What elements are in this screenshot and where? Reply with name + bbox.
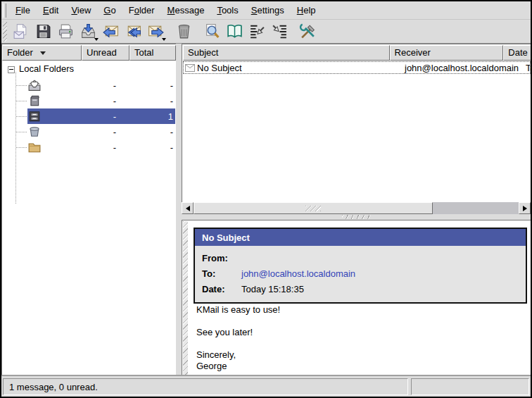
save-button[interactable] xyxy=(32,21,54,42)
trash-folder-icon xyxy=(27,125,42,138)
configure-button[interactable] xyxy=(296,21,319,42)
message-header-fields: From: To: john@localhost.localdomain Dat… xyxy=(195,246,526,302)
reply-all-button[interactable] xyxy=(122,21,144,42)
tree-root-label: Local Folders xyxy=(19,63,74,74)
trash-button[interactable] xyxy=(172,21,195,42)
body-line xyxy=(196,316,524,327)
menubar-drag-handle[interactable] xyxy=(3,4,6,18)
statusbar-message-count: 1 message, 0 unread. xyxy=(3,378,408,395)
inbox-icon xyxy=(27,79,42,92)
folder-total-count: - xyxy=(129,96,175,106)
tree-item-inbox[interactable]: inbox - - xyxy=(2,77,176,93)
column-header-date-label: Date xyxy=(508,46,527,60)
sort-indicator-icon xyxy=(40,51,46,55)
menu-settings[interactable]: Settings xyxy=(245,3,291,18)
folder-total-count: - xyxy=(129,127,175,137)
previous-unread-button[interactable] xyxy=(246,21,268,42)
message-list: Subject Receiver Date No Subject joh xyxy=(182,44,531,220)
folder-unread-count: - xyxy=(43,142,129,153)
column-header-unread[interactable]: Unread xyxy=(82,45,129,61)
message-subject: No Subject xyxy=(197,63,242,73)
menu-edit[interactable]: Edit xyxy=(37,3,65,18)
message-receiver: john@localhost.localdomain xyxy=(403,63,524,73)
folder-total-count: - xyxy=(129,80,175,91)
statusbar-section-2 xyxy=(411,378,529,395)
date-value: Today 15:18:35 xyxy=(241,284,304,294)
folder-unread-count: - xyxy=(43,80,129,91)
column-header-folder[interactable]: Folder xyxy=(2,45,82,61)
floppy-disk-icon xyxy=(34,23,52,40)
message-title-bar: No Subject xyxy=(195,229,526,246)
body-line: See you later! xyxy=(196,327,524,338)
from-label: From: xyxy=(202,253,241,263)
toolbar xyxy=(1,20,531,44)
date-label: Date: xyxy=(202,284,241,294)
menu-message[interactable]: Message xyxy=(161,3,211,18)
next-unread-icon xyxy=(271,23,289,40)
next-unread-button[interactable] xyxy=(268,21,291,42)
menu-view[interactable]: View xyxy=(65,3,97,18)
tree-item-drafts[interactable]: drafts - - xyxy=(2,139,176,155)
column-header-total-label: Total xyxy=(134,46,153,60)
column-header-unread-label: Unread xyxy=(87,46,117,60)
sent-mail-icon xyxy=(27,110,42,123)
statusbar-text: 1 message, 0 unread. xyxy=(9,382,98,392)
reply-button[interactable] xyxy=(99,21,122,42)
tree-item-sent-mail[interactable]: sent-ma - 1 xyxy=(2,108,176,124)
reading-pane-drag-handle[interactable] xyxy=(183,221,188,375)
configure-tools-icon xyxy=(299,23,317,40)
scrollbar-track[interactable] xyxy=(433,202,519,214)
scrollbar-right-button[interactable] xyxy=(519,202,531,214)
column-header-receiver-label: Receiver xyxy=(395,46,431,60)
message-list-horizontal-scrollbar[interactable] xyxy=(182,202,531,214)
column-header-date[interactable]: Date xyxy=(503,45,531,61)
new-message-button[interactable] xyxy=(9,21,32,42)
find-icon xyxy=(203,23,221,40)
folder-unread-count: - xyxy=(43,111,129,122)
tree-connector-stub xyxy=(16,132,27,132)
message-list-header: Subject Receiver Date xyxy=(183,45,531,61)
address-book-button[interactable] xyxy=(223,21,246,42)
check-mail-button[interactable] xyxy=(77,21,99,42)
body-line: George xyxy=(196,361,524,372)
find-button[interactable] xyxy=(201,21,223,42)
forward-button[interactable] xyxy=(144,21,167,42)
message-row[interactable]: No Subject john@localhost.localdomain To… xyxy=(183,61,531,74)
tree-item-trash[interactable]: trash - - xyxy=(2,124,176,139)
new-mail-icon xyxy=(12,23,30,40)
column-header-receiver[interactable]: Receiver xyxy=(390,45,504,61)
print-button[interactable] xyxy=(54,21,77,42)
drafts-folder-icon xyxy=(27,141,42,154)
menu-folder[interactable]: Folder xyxy=(122,3,161,18)
scrollbar-grip-icon xyxy=(305,206,321,211)
selected-folder-row[interactable]: sent-ma - 1 xyxy=(27,108,175,124)
folder-panel: Folder Unread Total Local Folders xyxy=(1,44,176,375)
scrollbar-left-button[interactable] xyxy=(182,202,194,214)
menu-help[interactable]: Help xyxy=(291,3,322,18)
address-book-icon xyxy=(226,23,243,40)
main-area: Folder Unread Total Local Folders xyxy=(1,44,531,375)
message-title: No Subject xyxy=(202,232,250,243)
column-header-total[interactable]: Total xyxy=(129,45,176,61)
tree-item-local-folders[interactable]: Local Folders xyxy=(2,62,176,77)
splitter-grip-icon xyxy=(342,215,370,219)
toolbar-drag-handle[interactable] xyxy=(3,22,7,42)
menu-go[interactable]: Go xyxy=(97,3,122,18)
check-mail-dropdown-arrow[interactable] xyxy=(94,38,99,41)
scroll-right-icon xyxy=(523,206,527,211)
folder-unread-count: - xyxy=(43,96,129,106)
message-body: KMail is easy to use! See you later! Sin… xyxy=(196,304,524,372)
scrollbar-thumb[interactable] xyxy=(194,202,433,214)
menu-file[interactable]: File xyxy=(9,3,37,18)
to-address-link[interactable]: john@localhost.localdomain xyxy=(241,268,355,279)
tree-item-outbox[interactable]: outbox - - xyxy=(2,93,176,108)
menubar: File Edit View Go Folder Message Tools S… xyxy=(1,1,531,20)
collapse-expander-icon[interactable] xyxy=(8,66,15,73)
vertical-splitter[interactable] xyxy=(176,44,182,375)
menu-tools[interactable]: Tools xyxy=(210,3,244,18)
horizontal-splitter[interactable] xyxy=(182,214,531,220)
forward-dropdown-arrow[interactable] xyxy=(162,38,166,41)
column-header-subject[interactable]: Subject xyxy=(183,45,390,61)
reply-all-icon xyxy=(125,23,142,40)
message-header-box: No Subject From: To: john@localhost.loca… xyxy=(194,228,527,304)
